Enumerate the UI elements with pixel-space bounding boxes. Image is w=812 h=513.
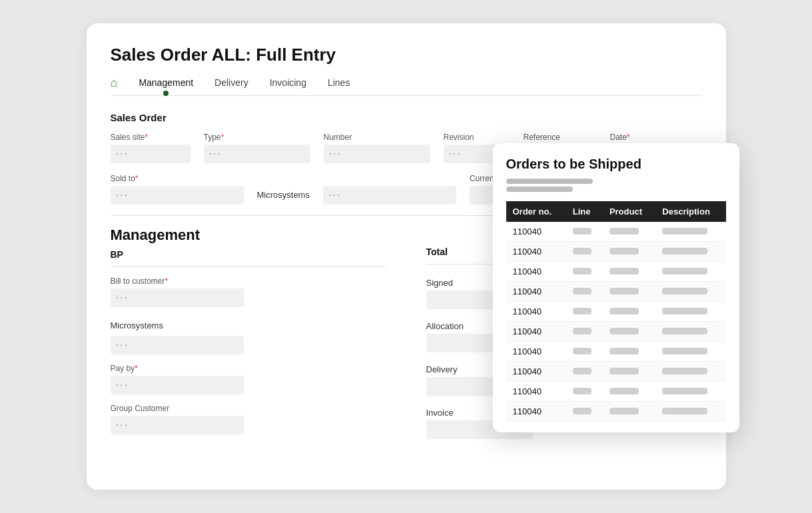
microsystems-label: Microsystems	[111, 316, 386, 330]
table-row: 110040	[506, 402, 726, 422]
pay-by-input[interactable]: ···	[111, 376, 244, 394]
main-card: Sales Order ALL: Full Entry ⌂ Management…	[87, 23, 726, 490]
cell-product	[603, 242, 655, 262]
sold-to-input[interactable]: ···	[111, 186, 244, 205]
tab-invoicing[interactable]: Invoicing	[270, 77, 306, 95]
popup-subtitle-bar	[506, 179, 726, 192]
cell-order-no: 110040	[506, 362, 566, 382]
table-row: 110040	[506, 342, 726, 362]
tab-management[interactable]: Management	[139, 77, 193, 95]
group-customer-input[interactable]: ···	[111, 416, 244, 434]
col-product: Product	[603, 201, 655, 222]
cell-description	[655, 282, 725, 302]
sold-to-second-input[interactable]: ···	[323, 186, 456, 205]
tab-home[interactable]: ⌂	[111, 76, 118, 95]
cell-order-no: 110040	[506, 242, 566, 262]
bp-label: BP	[111, 249, 386, 260]
table-row: 110040	[506, 222, 726, 242]
cell-description	[655, 382, 725, 402]
cell-order-no: 110040	[506, 302, 566, 322]
type-label: Type*	[204, 133, 310, 142]
cell-product	[603, 222, 655, 242]
cell-order-no: 110040	[506, 322, 566, 342]
popup-sub-line-1	[506, 179, 593, 184]
orders-table: Order no. Line Product Description 11004…	[506, 201, 726, 422]
number-group: Number ···	[324, 133, 430, 163]
page-title: Sales Order ALL: Full Entry	[111, 45, 702, 65]
cell-line	[566, 242, 603, 262]
cell-line	[566, 282, 603, 302]
col-line: Line	[566, 201, 603, 222]
cell-product	[603, 342, 655, 362]
col-description: Description	[655, 201, 725, 222]
blank-label	[323, 174, 456, 183]
revision-label: Revision	[444, 133, 510, 142]
cell-line	[566, 402, 603, 422]
cell-description	[655, 402, 725, 422]
cell-line	[566, 222, 603, 242]
microsystems-top-text: Microsystems	[257, 186, 310, 200]
cell-product	[603, 282, 655, 302]
sold-to-input-group: ···	[323, 174, 456, 205]
microsystems-top-group: Microsystems	[257, 174, 310, 205]
table-header-row: Order no. Line Product Description	[506, 201, 726, 222]
table-row: 110040	[506, 282, 726, 302]
cell-product	[603, 382, 655, 402]
table-row: 110040	[506, 362, 726, 382]
cell-product	[603, 362, 655, 382]
cell-order-no: 110040	[506, 282, 566, 302]
management-left: Management BP Bill to customer* ··· Micr…	[111, 227, 386, 439]
cell-description	[655, 362, 725, 382]
management-heading: Management	[111, 227, 386, 244]
number-label: Number	[324, 133, 430, 142]
group-customer-label: Group Customer	[111, 404, 386, 413]
cell-description	[655, 322, 725, 342]
bill-to-customer-input[interactable]: ···	[111, 288, 244, 307]
cell-product	[603, 262, 655, 282]
sales-site-input[interactable]: ···	[111, 145, 191, 163]
type-input[interactable]: ···	[204, 145, 310, 163]
cell-description	[655, 262, 725, 282]
orders-table-body: 110040 110040 110040 110040 110040 11004…	[506, 222, 726, 422]
cell-line	[566, 262, 603, 282]
table-row: 110040	[506, 262, 726, 282]
table-row: 110040	[506, 242, 726, 262]
cell-line	[566, 382, 603, 402]
cell-order-no: 110040	[506, 402, 566, 422]
cell-line	[566, 342, 603, 362]
sales-order-section-label: Sales Order	[111, 112, 702, 123]
microsystems-input[interactable]: ···	[111, 336, 244, 354]
table-row: 110040	[506, 382, 726, 402]
cell-line	[566, 302, 603, 322]
cell-description	[655, 242, 725, 262]
cell-product	[603, 302, 655, 322]
microsystems-top-label	[257, 174, 310, 183]
date-label: Date*	[610, 133, 683, 142]
reference-label: Reference	[524, 133, 597, 142]
cell-description	[655, 342, 725, 362]
cell-product	[603, 402, 655, 422]
table-row: 110040	[506, 302, 726, 322]
tab-bar: ⌂ Management Delivery Invoicing Lines	[111, 76, 702, 96]
popup-title: Orders to be Shipped	[506, 157, 726, 172]
cell-line	[566, 322, 603, 342]
sales-site-group: Sales site* ···	[111, 133, 191, 163]
tab-delivery[interactable]: Delivery	[214, 77, 248, 95]
sold-to-label: Sold to*	[111, 174, 244, 183]
group-customer-group: Group Customer ···	[111, 404, 386, 434]
sold-to-group: Sold to* ···	[111, 174, 244, 205]
cell-order-no: 110040	[506, 382, 566, 402]
pay-by-group: Pay by* ···	[111, 364, 386, 394]
cell-description	[655, 302, 725, 322]
pay-by-label: Pay by*	[111, 364, 386, 373]
cell-order-no: 110040	[506, 342, 566, 362]
cell-order-no: 110040	[506, 222, 566, 242]
cell-line	[566, 362, 603, 382]
table-row: 110040	[506, 322, 726, 342]
popup-sub-line-2	[506, 187, 573, 192]
number-input[interactable]: ···	[324, 145, 430, 163]
tab-lines[interactable]: Lines	[328, 77, 350, 95]
bill-to-customer-group: Bill to customer* ···	[111, 276, 386, 307]
bill-to-customer-label: Bill to customer*	[111, 276, 386, 286]
orders-popup: Orders to be Shipped Order no. Line Prod…	[493, 143, 739, 432]
